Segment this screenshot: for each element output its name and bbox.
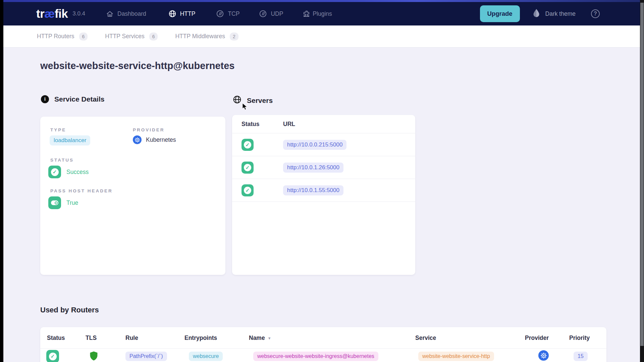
mouse-cursor (242, 103, 248, 112)
home-icon (106, 10, 114, 18)
servers-header: Servers (233, 95, 273, 106)
router-rule-chip: PathPrefix(`/`) (125, 352, 167, 361)
kubernetes-icon (133, 135, 142, 144)
router-entrypoints-chip: websecure (189, 352, 223, 361)
servers-table-header: Status URL (232, 115, 415, 133)
tab-http-middlewares[interactable]: HTTP Middlewares 2 (175, 33, 238, 41)
routers-count-badge: 6 (79, 33, 88, 41)
router-name-chip: websecure-website-website-ingress@kubern… (253, 352, 378, 361)
pass-host-header-label: PASS HOST HEADER (50, 188, 113, 193)
servers-card: Status URL ✓ http://10.0.0.215:5000 ✓ ht… (232, 115, 415, 275)
server-status-icon: ✓ (241, 184, 254, 196)
router-status-icon: ✓ (46, 350, 59, 362)
router-service-chip: website-website-service-http (418, 352, 494, 361)
scrollbar[interactable] (640, 0, 644, 362)
server-row[interactable]: ✓ http://10.0.0.215:5000 (232, 133, 415, 156)
toggle-on-icon (48, 196, 61, 209)
nav-item-tcp[interactable]: TCP (216, 10, 239, 18)
service-details-header: i Service Details (41, 95, 104, 103)
server-status-icon: ✓ (241, 162, 254, 174)
app: træfik 3.0.4 Dashboard HTTP TCP UDP Plug… (3, 0, 640, 362)
tcp-icon (216, 10, 224, 18)
nav-item-udp[interactable]: UDP (259, 10, 283, 18)
nav-item-http[interactable]: HTTP (168, 10, 196, 18)
services-count-badge: 6 (149, 33, 158, 41)
help-icon[interactable]: ? (591, 9, 600, 18)
used-by-routers-heading: Used by Routers (40, 306, 99, 314)
router-row[interactable]: ✓ PathPrefix(`/`) websecure websecure-we… (40, 349, 606, 362)
window-left-edge (0, 0, 3, 362)
server-row[interactable]: ✓ http://10.0.1.55:5000 (232, 179, 415, 202)
subnav: HTTP Routers 6 HTTP Services 6 HTTP Midd… (3, 25, 640, 48)
nav-item-dashboard[interactable]: Dashboard (106, 10, 146, 18)
info-icon: i (41, 95, 49, 103)
contrast-droplet-icon (533, 9, 540, 19)
kubernetes-icon (538, 350, 549, 361)
udp-icon (259, 10, 267, 18)
globe-icon (168, 10, 176, 18)
status-label: STATUS (50, 158, 74, 163)
tab-http-routers[interactable]: HTTP Routers 6 (37, 33, 88, 41)
status-value: ✓ Success (48, 166, 89, 178)
type-value-chip: loadbalancer (50, 135, 90, 145)
middlewares-count-badge: 2 (230, 33, 238, 41)
pass-host-header-value: True (48, 196, 78, 209)
provider-label: PROVIDER (133, 127, 165, 132)
sort-caret-icon: ▼ (268, 336, 271, 340)
success-check-icon: ✓ (48, 166, 61, 178)
version-label: 3.0.4 (72, 10, 85, 17)
type-label: TYPE (50, 127, 66, 132)
navbar-right: Upgrade Dark theme ? (480, 5, 600, 22)
server-url[interactable]: http://10.0.1.55:5000 (283, 185, 343, 195)
upgrade-button[interactable]: Upgrade (480, 5, 520, 22)
provider-value: Kubernetes (133, 135, 176, 144)
service-details-card: TYPE loadbalancer PROVIDER Kubernetes ST… (40, 117, 225, 275)
server-status-icon: ✓ (241, 139, 254, 151)
dark-theme-toggle[interactable]: Dark theme (533, 9, 576, 19)
server-url[interactable]: http://10.0.1.26:5000 (283, 163, 343, 173)
tab-http-services[interactable]: HTTP Services 6 (105, 33, 158, 41)
name-column-header[interactable]: Name▼ (249, 335, 271, 342)
traefik-logo[interactable]: træfik (36, 7, 68, 20)
scrollbar-thumb[interactable] (640, 3, 644, 346)
used-by-routers-card: Status TLS Rule Entrypoints Name▼ Servic… (40, 327, 606, 362)
page-title: website-website-service-http@kubernetes (40, 60, 234, 71)
server-url[interactable]: http://10.0.0.215:5000 (283, 140, 346, 150)
plugins-icon (303, 10, 311, 18)
tls-shield-icon (89, 351, 98, 362)
globe-icon (233, 95, 241, 106)
routers-table-header: Status TLS Rule Entrypoints Name▼ Servic… (40, 327, 606, 349)
router-priority-chip: 15 (574, 352, 588, 361)
server-row[interactable]: ✓ http://10.0.1.26:5000 (232, 156, 415, 179)
top-navbar: træfik 3.0.4 Dashboard HTTP TCP UDP Plug… (3, 2, 640, 25)
nav-item-plugins[interactable]: Plugins (303, 10, 332, 18)
